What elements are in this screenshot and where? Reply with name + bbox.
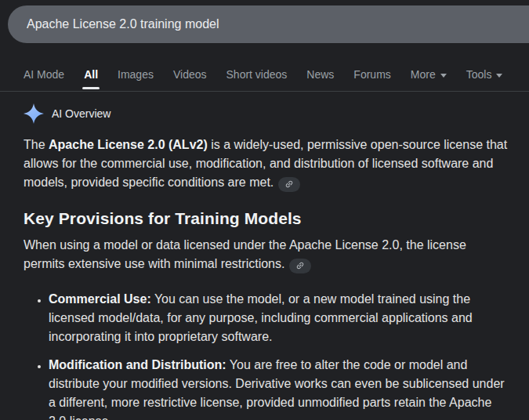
tabs-divider [0, 91, 529, 92]
tab-news[interactable]: News [306, 68, 334, 82]
tab-ai-mode[interactable]: AI Mode [24, 68, 64, 82]
chevron-down-icon [496, 74, 502, 78]
tab-short-videos[interactable]: Short videos [226, 68, 288, 82]
ai-overview-header: AI Overview [24, 103, 508, 124]
link-icon [283, 178, 296, 191]
list-item: Commercial Use: You can use the model, o… [49, 290, 508, 346]
tab-forums[interactable]: Forums [353, 68, 390, 82]
chevron-down-icon [440, 74, 447, 78]
tab-tools[interactable]: Tools [466, 68, 503, 82]
tab-videos[interactable]: Videos [173, 68, 207, 82]
tab-more[interactable]: More [411, 68, 447, 82]
tab-images[interactable]: Images [118, 68, 154, 82]
tab-all[interactable]: All [84, 68, 98, 82]
search-bar[interactable] [8, 5, 529, 43]
citation-chip[interactable] [289, 259, 311, 273]
list-item: Modification and Distribution: You are f… [49, 356, 508, 420]
provisions-list: Commercial Use: You can use the model, o… [24, 290, 508, 420]
sparkle-icon [24, 103, 44, 124]
section-heading: Key Provisions for Training Models [24, 209, 508, 228]
ai-overview-label: AI Overview [52, 107, 111, 120]
permissions-paragraph: When using a model or data licensed unde… [24, 236, 508, 273]
link-icon [294, 259, 307, 273]
active-tab-underline [82, 87, 100, 89]
search-input[interactable] [27, 17, 497, 31]
result-tabs: AI Mode All Images Videos Short videos N… [24, 68, 529, 82]
intro-paragraph: The Apache License 2.0 (ALv2) is a widel… [24, 136, 508, 192]
ai-overview-panel: AI Overview The Apache License 2.0 (ALv2… [0, 103, 529, 420]
citation-chip[interactable] [278, 177, 300, 192]
